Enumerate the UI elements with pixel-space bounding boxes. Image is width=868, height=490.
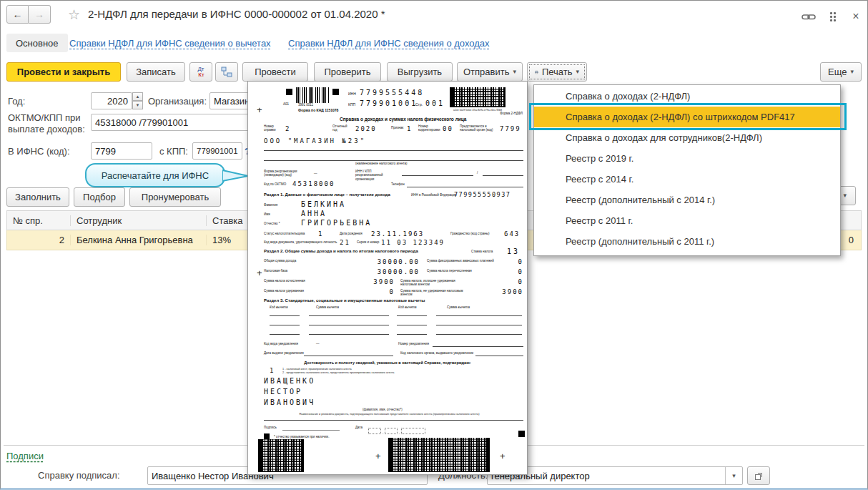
menu-item-spravka-2ndfl[interactable]: Справка о доходах (2-НДФЛ) — [534, 86, 840, 107]
s2-label: Налоговая база — [264, 269, 305, 273]
field-value: 7799 — [500, 125, 521, 132]
kpp-input[interactable]: 779901001 — [192, 142, 242, 160]
field-value: 00 — [443, 125, 453, 132]
chevron-down-icon: ▾ — [850, 69, 854, 75]
menu-item-reestr-2011[interactable]: Реестр с 2011 г. — [534, 210, 840, 231]
year-input[interactable]: 2020 — [91, 92, 132, 109]
renumber-button[interactable]: Пронумеровать — [129, 187, 221, 207]
deduction-sum-header: Сумма вычета — [447, 305, 470, 309]
spin-down-icon: ▼ — [132, 101, 143, 109]
favorite-star-icon[interactable]: ☆ — [68, 6, 80, 23]
field-label: Номер справки — [264, 124, 280, 132]
dash: — — [314, 172, 317, 175]
agent-name: ООО "МАГАЗИН №23" — [264, 137, 366, 144]
kpp-label: с КПП: — [159, 146, 188, 157]
spin-up-icon: ▲ — [132, 92, 143, 101]
field-label: Номер корректировки — [418, 124, 440, 132]
cell-employee: Белкина Анна Григорьевна — [71, 235, 207, 245]
birth-label: Дата рождения — [340, 232, 363, 235]
surname-label: Фамилия — [264, 203, 277, 207]
post-and-close-button[interactable]: Провести и закрыть — [6, 62, 121, 82]
post-button[interactable]: Провести — [242, 62, 308, 82]
position-open-button[interactable] — [747, 466, 770, 485]
menu-item-spravka-employees[interactable]: Справка о доходах для сотрудников(2-НДФЛ… — [534, 127, 840, 148]
fill-button[interactable]: Заполнить — [6, 187, 69, 207]
link-icon[interactable] — [800, 9, 817, 24]
print-menu: Справка о доходах (2-НДФЛ) Справка о дох… — [533, 84, 841, 256]
save-button[interactable]: Записать — [127, 62, 185, 82]
rate-label: Ставка налога — [471, 250, 493, 253]
check-button[interactable]: Проверить — [314, 62, 381, 82]
name-label: Имя — [264, 212, 270, 216]
section2-title: Раздел 2. Общие суммы дохода и налога по… — [264, 249, 418, 253]
open-icon — [754, 471, 764, 481]
rate-value: 13 — [507, 248, 520, 255]
dt-kt-button[interactable]: Дт Кт — [189, 62, 212, 82]
deduction-code-header: Код вычета — [270, 305, 288, 309]
close-icon[interactable]: × — [847, 9, 864, 24]
ifns-label: В ИФНС (код): — [8, 146, 70, 157]
menu-item-reestr-add-2014[interactable]: Реестр (дополнительный с 2014 г.) — [534, 190, 840, 210]
barcode-1d — [296, 87, 329, 103]
oktmo-doc-value: 45318000 — [292, 180, 335, 187]
organization-label: Организация: — [148, 96, 207, 107]
menu-item-reestr-2019[interactable]: Реестр с 2019 г. — [534, 148, 840, 169]
field-value: 2 — [285, 125, 290, 132]
reorg-label: Форма реорганизации (ликвидации) (код) — [264, 170, 303, 177]
s2-label: Сумма налога исчисленная — [264, 279, 305, 283]
ifns-input[interactable]: 7799 — [91, 142, 152, 160]
page-title: 2-НДФЛ для передачи в ИФНС 0000-000002 о… — [88, 8, 385, 20]
chevron-down-icon: ▾ — [732, 472, 736, 479]
forward-button[interactable]: → — [29, 5, 51, 24]
pick-button[interactable]: Подбор — [74, 187, 125, 207]
confirm-legend-1: 1 - налоговый агент, правопреемник налог… — [282, 368, 352, 371]
signed-by-label: Справку подписал: — [38, 470, 120, 481]
kpp-label: КПП — [348, 102, 355, 107]
inn-label: ИНН — [348, 92, 356, 96]
dt-kt-icon: Дт Кт — [197, 67, 204, 78]
back-button[interactable]: ← — [6, 5, 29, 24]
anchor-square — [264, 433, 270, 439]
dash: — — [316, 342, 320, 346]
year-stepper[interactable]: ▲▼ — [132, 92, 143, 109]
birth-value: 23.11.1963 — [371, 230, 424, 237]
col-num: № спр. — [7, 215, 71, 226]
signature-label: Подпись — [264, 426, 277, 429]
crop-mark: + — [257, 104, 262, 115]
field-value: 2020 — [355, 125, 377, 132]
export-button[interactable]: Выгрузить — [387, 62, 453, 82]
notif-org-label: Код налогового органа, выдавшего уведомл… — [400, 351, 473, 355]
chevron-down-icon: ▾ — [513, 69, 516, 75]
inn-rf-label: ИНН в Российской Федерации — [411, 193, 457, 197]
send-button[interactable]: Отправить▾ — [457, 62, 523, 82]
print-button[interactable]: Печать▾ — [527, 62, 587, 82]
anchor-square — [286, 89, 292, 95]
barcode-pdf417 — [388, 438, 490, 472]
tab-link-incomes[interactable]: Справки НДФЛ для ИФНС сведения о доходах — [288, 38, 490, 49]
menu-item-spravka-2ndfl-pdf417[interactable]: Справка о доходах (2-НДФЛ) со штрихкодом… — [534, 107, 840, 127]
anchor-square — [518, 431, 525, 437]
tab-link-deductions[interactable]: Справки НДФЛ для ИФНС сведения о вычетах — [69, 38, 271, 49]
s2-value-right: 3900 — [459, 288, 523, 295]
more-button[interactable]: Еще▾ — [820, 62, 862, 82]
menu-item-reestr-2014[interactable]: Реестр с 2014 г. — [534, 169, 840, 190]
notif-num-label: Номер уведомления — [398, 342, 429, 346]
crop-mark: + — [257, 268, 262, 278]
status-label: Статус налогоплательщика — [264, 232, 305, 235]
menu-item-reestr-add-2011[interactable]: Реестр (дополнительный с 2011 г.) — [534, 231, 840, 252]
reorg-inn-label: ИНН / КПП реорганизованной организации — [355, 170, 398, 181]
section3-title: Раздел 3. Стандартные, социальные и имущ… — [264, 298, 425, 303]
s2-value-right: 0 — [459, 268, 523, 275]
signatures-link[interactable]: Подписи — [6, 451, 44, 461]
tab-main[interactable]: Основное — [6, 34, 68, 52]
inn-rf-value: 779955550937 — [454, 191, 511, 198]
series-value: 11 03 123349 — [381, 239, 445, 246]
doc-code-value: 21 — [340, 239, 350, 246]
position-dropdown-arrow[interactable]: ▾ — [725, 467, 742, 484]
field-label: Признак — [391, 126, 403, 129]
oktmo-label-line2: выплате доходов: — [8, 124, 85, 134]
more-menu-icon[interactable] — [824, 9, 842, 24]
forward-icon: → — [34, 9, 44, 20]
structure-button[interactable] — [215, 62, 238, 82]
fio-hint: (фамилия, имя, отчество*) — [363, 408, 403, 411]
